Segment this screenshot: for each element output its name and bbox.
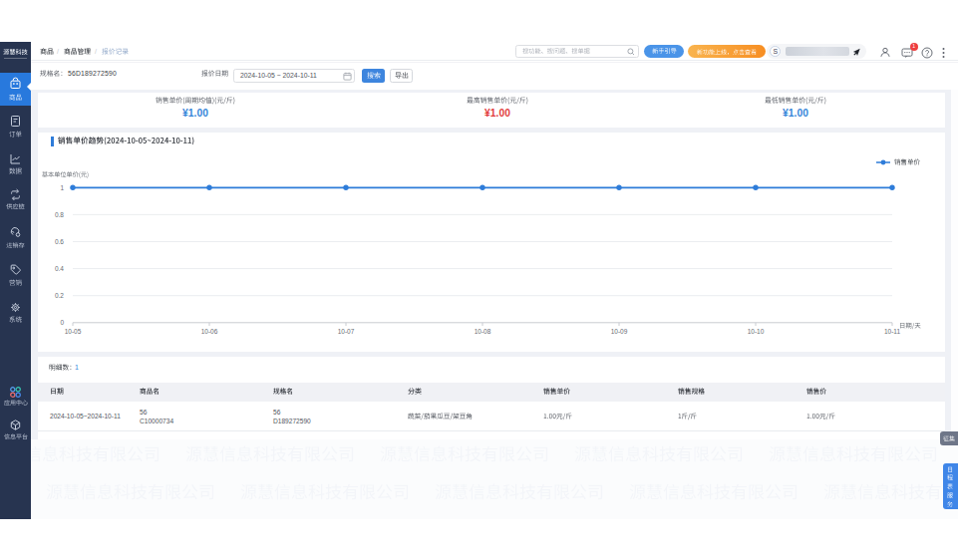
svg-text:0: 0 xyxy=(60,319,64,326)
svg-text:10-10: 10-10 xyxy=(748,328,765,335)
svg-text:0.8: 0.8 xyxy=(55,211,64,218)
svg-text:0.6: 0.6 xyxy=(55,238,64,245)
svg-text:1: 1 xyxy=(60,184,64,191)
svg-text:0.4: 0.4 xyxy=(55,265,64,272)
svg-text:10-06: 10-06 xyxy=(201,328,218,335)
svg-text:10-11: 10-11 xyxy=(884,328,901,335)
svg-text:0.2: 0.2 xyxy=(55,292,64,299)
svg-text:10-09: 10-09 xyxy=(611,328,628,335)
svg-text:10-07: 10-07 xyxy=(338,328,355,335)
svg-text:10-05: 10-05 xyxy=(65,328,82,335)
svg-text:10-08: 10-08 xyxy=(475,328,491,335)
